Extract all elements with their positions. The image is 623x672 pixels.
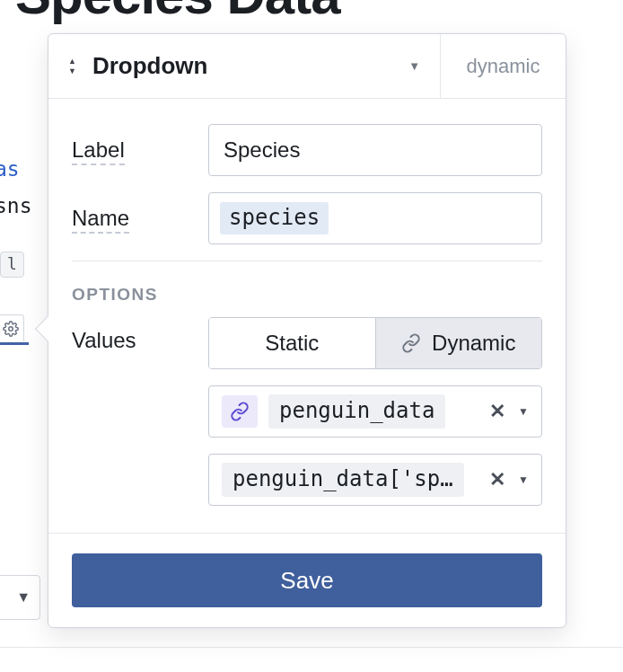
clear-expression-button[interactable]: ✕ (489, 468, 505, 491)
binding-expression-box[interactable]: penguin_data['sp… ✕ ▼ (208, 454, 542, 506)
name-input-value: species (220, 202, 329, 234)
background-dropdown-stub[interactable]: ▼ (0, 575, 40, 620)
values-mode-toggle: Static Dynamic (208, 317, 542, 369)
code-fragment: as sns (0, 151, 32, 225)
chevron-down-icon[interactable]: ▼ (518, 473, 529, 486)
options-section-title: OPTIONS (72, 285, 542, 305)
chevron-down-icon: ▼ (408, 59, 420, 73)
active-cell-underline (0, 342, 29, 345)
save-button[interactable]: Save (72, 553, 542, 607)
sort-icon: ▲▼ (68, 57, 76, 75)
chevron-down-icon: ▼ (16, 589, 31, 606)
gear-icon (3, 321, 19, 337)
panel-body: Label Species Name species OPTIONS Value… (48, 99, 566, 533)
binding-source-value: penguin_data (268, 394, 445, 429)
panel-footer: Save (48, 533, 566, 627)
panel-header: ▲▼ Dropdown ▼ dynamic (48, 34, 566, 99)
svg-point-0 (9, 326, 13, 331)
binding-source-box[interactable]: penguin_data ✕ ▼ (208, 385, 542, 438)
clear-binding-button[interactable]: ✕ (489, 400, 505, 423)
values-mode-dynamic[interactable]: Dynamic (375, 318, 542, 368)
input-config-panel: ▲▼ Dropdown ▼ dynamic Label Species Name… (48, 33, 566, 628)
cell-settings-button[interactable] (0, 314, 24, 341)
values-mode-dynamic-label: Dynamic (432, 331, 515, 356)
name-field-label: Name (72, 206, 129, 234)
values-mode-static[interactable]: Static (209, 318, 375, 368)
name-input[interactable]: species (208, 192, 542, 244)
label-field-label: Label (72, 137, 125, 165)
chevron-down-icon[interactable]: ▼ (518, 405, 529, 418)
background-chip: l (0, 252, 24, 278)
label-input[interactable]: Species (208, 124, 542, 176)
binding-expression-value: penguin_data['sp… (222, 463, 464, 497)
values-label: Values (72, 317, 208, 353)
code-keyword: as (0, 157, 20, 181)
input-type-select[interactable]: ▲▼ Dropdown ▼ (48, 34, 440, 98)
divider (72, 261, 542, 261)
link-icon (222, 395, 258, 428)
code-text: sns (0, 194, 32, 217)
divider-line (0, 647, 623, 648)
link-icon (401, 333, 421, 353)
page-title-fragment: in Species Data (0, 0, 340, 26)
mode-indicator[interactable]: dynamic (440, 34, 566, 98)
input-type-label: Dropdown (92, 52, 392, 80)
